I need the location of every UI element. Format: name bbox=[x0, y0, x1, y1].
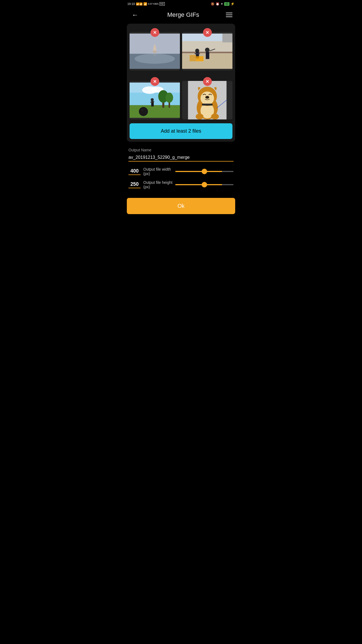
signal-icons: 📶📶 bbox=[136, 2, 142, 6]
back-button[interactable]: ← bbox=[130, 10, 141, 20]
image-1 bbox=[130, 32, 180, 70]
image-grid-row-2: ✕ bbox=[130, 81, 232, 119]
svg-rect-12 bbox=[195, 53, 200, 54]
svg-rect-15 bbox=[196, 56, 203, 61]
svg-point-36 bbox=[205, 96, 209, 99]
svg-point-37 bbox=[206, 97, 207, 97]
image-2 bbox=[182, 32, 232, 70]
remove-btn-4[interactable]: ✕ bbox=[203, 77, 212, 86]
remove-btn-1[interactable]: ✕ bbox=[150, 28, 159, 37]
status-bar: 19:10 📶📶 📶 0.07 KB/s HD 🔕 ⏰ ✦ 43 ⚡ bbox=[124, 0, 238, 8]
remove-btn-3[interactable]: ✕ bbox=[150, 77, 159, 86]
svg-point-26 bbox=[151, 98, 154, 101]
hamburger-line-1 bbox=[226, 13, 232, 13]
height-value: 250 bbox=[128, 181, 141, 188]
height-slider-row: 250 Output file height (px) bbox=[128, 180, 234, 189]
page-title: Merge GIFs bbox=[167, 11, 199, 18]
alarm-icon: ⏰ bbox=[216, 2, 220, 6]
main-card: ✕ ✕ bbox=[127, 24, 235, 142]
hamburger-line-2 bbox=[226, 15, 232, 15]
width-slider-row: 400 Output file width (px) bbox=[128, 167, 234, 176]
notification-icon: 🔕 bbox=[211, 2, 215, 6]
svg-rect-21 bbox=[130, 105, 180, 118]
width-label: Output file width (px) bbox=[143, 167, 172, 176]
svg-point-4 bbox=[153, 50, 157, 53]
wifi-icon: 📶 bbox=[143, 2, 147, 6]
svg-point-29 bbox=[139, 107, 148, 116]
battery-level: 43 bbox=[224, 2, 229, 6]
output-name-input[interactable] bbox=[128, 154, 234, 162]
settings-section: Output Name 400 Output file width (px) 2… bbox=[124, 143, 238, 198]
width-slider[interactable] bbox=[175, 171, 234, 172]
output-name-label: Output Name bbox=[128, 148, 234, 152]
charging-icon: ⚡ bbox=[231, 2, 235, 6]
svg-point-25 bbox=[166, 93, 173, 103]
svg-point-10 bbox=[195, 49, 199, 53]
svg-rect-16 bbox=[190, 55, 196, 61]
width-value: 400 bbox=[128, 168, 141, 175]
svg-point-40 bbox=[211, 114, 219, 119]
data-speed: 0.07 KB/s bbox=[148, 2, 159, 5]
image-slot-1: ✕ bbox=[130, 32, 180, 70]
ok-button[interactable]: Ok bbox=[127, 198, 235, 214]
image-3 bbox=[130, 81, 180, 119]
hd-badge: HD bbox=[160, 2, 165, 6]
add-files-button[interactable]: Add at least 2 files bbox=[130, 123, 232, 139]
image-slot-3: ✕ bbox=[130, 81, 180, 119]
height-slider[interactable] bbox=[175, 184, 234, 185]
image-grid-row-1: ✕ ✕ bbox=[130, 32, 232, 70]
menu-button[interactable] bbox=[226, 13, 232, 17]
top-bar: ← Merge GIFs bbox=[124, 8, 238, 22]
bluetooth-icon: ✦ bbox=[221, 2, 223, 6]
remove-btn-2[interactable]: ✕ bbox=[203, 28, 212, 37]
svg-point-30 bbox=[141, 110, 143, 111]
image-slot-2: ✕ bbox=[182, 32, 232, 70]
time: 19:10 bbox=[127, 2, 135, 6]
svg-rect-8 bbox=[222, 34, 232, 42]
svg-line-28 bbox=[150, 102, 154, 102]
status-left: 19:10 📶📶 📶 0.07 KB/s HD bbox=[127, 2, 165, 6]
svg-rect-14 bbox=[206, 52, 209, 59]
svg-point-13 bbox=[205, 48, 209, 52]
image-slot-4: ✕ bbox=[182, 81, 232, 119]
svg-rect-38 bbox=[202, 104, 213, 106]
height-label: Output file height (px) bbox=[143, 180, 172, 189]
hamburger-line-3 bbox=[226, 17, 232, 17]
svg-point-39 bbox=[196, 114, 204, 119]
row-spacer bbox=[130, 73, 232, 81]
image-4 bbox=[182, 81, 232, 119]
svg-point-3 bbox=[135, 54, 175, 64]
status-right: 🔕 ⏰ ✦ 43 ⚡ bbox=[211, 2, 235, 6]
